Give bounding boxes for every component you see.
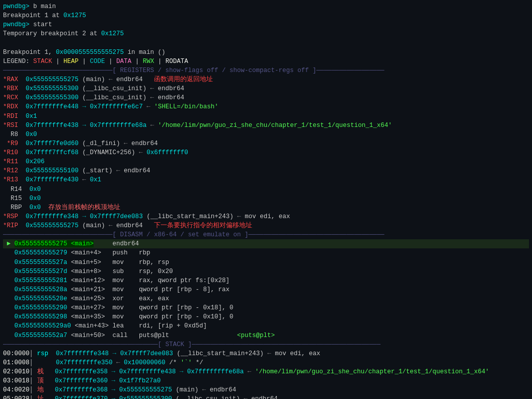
stack-1: 01:0008│ 0x7ffffffffe350 ← 0x100000060 /… [3, 358, 529, 367]
reg-r12: *R12 0x555555555100 (_start) ← endbr64 [3, 166, 529, 175]
disasm-2: 0x55555555527a <main+5> mov rbp, rsp [3, 258, 529, 267]
disasm-5: 0x55555555528a <main+21> mov qword ptr [… [3, 285, 529, 294]
reg-rbp: RBP 0x0 存放当前栈帧的栈顶地址 [3, 203, 529, 212]
line-5 [3, 39, 529, 48]
reg-r8: R8 0x0 [3, 130, 529, 139]
terminal: pwndbg> b main Breakpoint 1 at 0x1275 pw… [0, 0, 532, 399]
reg-r14: R14 0x0 [3, 185, 529, 194]
disasm-10: 0x5555555552a7 <main+50> call puts@plt <… [3, 331, 529, 340]
line-legend: LEGEND: STACK | HEAP | CODE | DATA | RWX… [3, 57, 529, 66]
disasm-3: 0x55555555527d <main+8> sub rsp, 0x20 [3, 267, 529, 276]
disasm-1: 0x555555555279 <main+4> push rbp [3, 248, 529, 257]
reg-rsp: *RSP 0x7fffffffe348 → 0x7ffff7dee083 (__… [3, 212, 529, 221]
reg-rcx: *RCX 0x555555555300 (__libc_csu_init) ← … [3, 93, 529, 102]
reg-r13: *R13 0x7fffffffe430 ← 0x1 [3, 175, 529, 184]
divider-registers: ─────────────────────────────[ REGISTERS… [3, 66, 529, 75]
reg-r15: R15 0x0 [3, 194, 529, 203]
reg-r9: *R9 0x7ffff7fe0d60 (_dl_fini) ← endbr64 [3, 139, 529, 148]
disasm-4: 0x555555555281 <main+12> mov rax, qword … [3, 276, 529, 285]
reg-rdx: *RDX 0x7fffffffe448 → 0x7fffffffe6c7 ← '… [3, 102, 529, 111]
disasm-cur: ► 0x555555555275 <main> endbr64 [3, 239, 529, 248]
divider-stack: ────────────────────────────────────────… [3, 340, 529, 349]
line-1: pwndbg> b main [3, 2, 529, 11]
reg-r10: *R10 0x7ffff7ffcf68 (_DYNAMIC+256) ← 0x6… [3, 148, 529, 157]
disasm-8: 0x555555555298 <main+35> mov qword ptr [… [3, 312, 529, 321]
line-6: Breakpoint 1, 0x0000555555555275 in main… [3, 48, 529, 57]
stack-5: 05:0028│ 址 0x7fffffffe370 → 0x5555555553… [3, 394, 529, 399]
disasm-6: 0x55555555528e <main+25> xor eax, eax [3, 294, 529, 303]
stack-4: 04:0020│ 地 0x7fffffffe368 → 0x5555555552… [3, 385, 529, 394]
stack-2: 02:0010│ 栈 0x7fffffffe358 → 0x7ffffffffe… [3, 367, 529, 376]
reg-rbx: *RBX 0x555555555300 (__libc_csu_init) ← … [3, 84, 529, 93]
disasm-7: 0x555555555290 <main+27> mov qword ptr [… [3, 303, 529, 312]
stack-0: 00:0000│ rsp 0x7fffffffe348 → 0x7ffff7de… [3, 349, 529, 358]
stack-3: 03:0018│ 顶 0x7fffffffe360 → 0x1f7fb27a0 [3, 376, 529, 385]
reg-rdi: *RDI 0x1 [3, 112, 529, 121]
reg-rax: *RAX 0x555555555275 (main) ← endbr64 函数调… [3, 75, 529, 84]
disasm-9: 0x55555555529a0 <main+43> lea rdi, [rip … [3, 321, 529, 330]
line-2: Breakpoint 1 at 0x1275 [3, 11, 529, 20]
line-4: Temporary breakpoint 2 at 0x1275 [3, 29, 529, 38]
reg-r11: *R11 0x206 [3, 157, 529, 166]
divider-disasm: ─────────────────────────────[ DISASM / … [3, 230, 529, 239]
reg-rip: *RIP 0x555555555275 (main) ← endbr64 下一条… [3, 221, 529, 230]
reg-rsi: *RSI 0x7fffffffe438 → 0x7ffffffffe68a ← … [3, 121, 529, 130]
line-3: pwndbg> start [3, 20, 529, 29]
